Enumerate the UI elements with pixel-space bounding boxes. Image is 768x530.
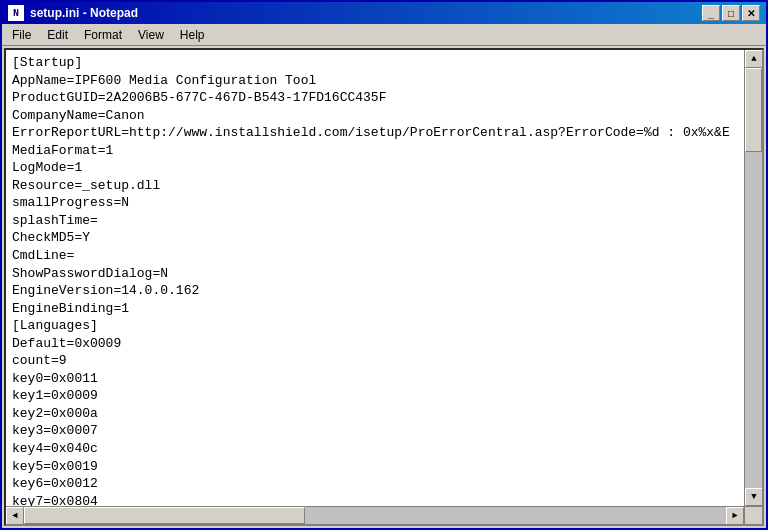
horizontal-scrollbar-area: ◄ ► <box>6 506 762 524</box>
scroll-thumb-vertical[interactable] <box>745 68 762 152</box>
menu-edit[interactable]: Edit <box>39 26 76 44</box>
title-buttons: _ □ ✕ <box>702 5 760 21</box>
content-area: [Startup] AppName=IPF600 Media Configura… <box>4 48 764 526</box>
menu-bar: File Edit Format View Help <box>2 24 766 46</box>
app-icon: N <box>8 5 24 21</box>
maximize-button[interactable]: □ <box>722 5 740 21</box>
main-window: N setup.ini - Notepad _ □ ✕ File Edit Fo… <box>0 0 768 530</box>
title-bar: N setup.ini - Notepad _ □ ✕ <box>2 2 766 24</box>
scroll-down-button[interactable]: ▼ <box>745 488 762 506</box>
minimize-button[interactable]: _ <box>702 5 720 21</box>
scroll-up-button[interactable]: ▲ <box>745 50 762 68</box>
scroll-left-button[interactable]: ◄ <box>6 507 24 525</box>
menu-file[interactable]: File <box>4 26 39 44</box>
title-bar-left: N setup.ini - Notepad <box>8 5 138 21</box>
main-content: [Startup] AppName=IPF600 Media Configura… <box>2 46 766 528</box>
scroll-track-horizontal[interactable] <box>24 507 726 524</box>
scroll-thumb-horizontal[interactable] <box>24 507 305 524</box>
menu-help[interactable]: Help <box>172 26 213 44</box>
scroll-right-button[interactable]: ► <box>726 507 744 525</box>
close-button[interactable]: ✕ <box>742 5 760 21</box>
window-title: setup.ini - Notepad <box>30 6 138 20</box>
vertical-scrollbar[interactable]: ▲ ▼ <box>744 50 762 506</box>
scrollbar-corner <box>744 507 762 525</box>
text-editor[interactable]: [Startup] AppName=IPF600 Media Configura… <box>6 50 744 506</box>
menu-format[interactable]: Format <box>76 26 130 44</box>
scroll-track-vertical[interactable] <box>745 68 762 488</box>
menu-view[interactable]: View <box>130 26 172 44</box>
